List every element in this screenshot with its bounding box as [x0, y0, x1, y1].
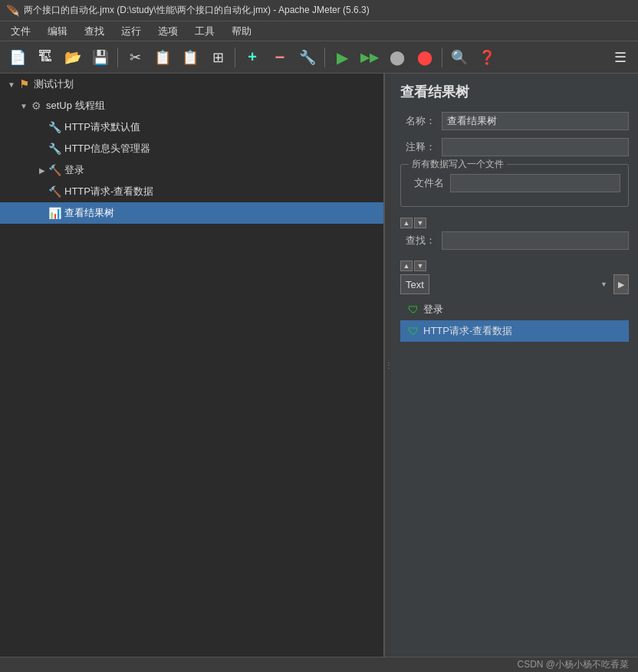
result-label-login: 登录	[423, 303, 443, 316]
toolbar-separator-4	[442, 48, 442, 67]
name-row: 名称：	[400, 112, 629, 130]
arrow-controls-2: ▲ ▼	[400, 261, 629, 271]
arrow-down-btn-2[interactable]: ▼	[414, 261, 426, 271]
menu-run[interactable]: 运行	[113, 23, 149, 40]
result-label-http-view: HTTP请求-查看数据	[423, 324, 512, 338]
copy-button[interactable]: 📋	[150, 44, 176, 70]
cut-button[interactable]: ✂	[122, 44, 148, 70]
menu-help[interactable]: 帮助	[224, 23, 259, 40]
search-toolbar-button[interactable]: 🔍	[446, 44, 472, 70]
save-button[interactable]: 💾	[87, 44, 113, 70]
tree-label-setup-group: setUp 线程组	[46, 99, 105, 113]
tree-panel: ▼ ⚑ 测试计划 ▼ ⚙ setUp 线程组 🔧 HTTP请求默认值 🔧 HTT…	[0, 74, 385, 657]
comment-input[interactable]	[442, 138, 629, 156]
file-group-title: 所有数据写入一个文件	[409, 158, 507, 171]
more-button[interactable]: ☰	[607, 44, 633, 70]
tree-label-test-plan: 测试计划	[34, 77, 74, 91]
stop-button[interactable]: ⬤	[412, 44, 438, 70]
menu-find[interactable]: 查找	[77, 23, 112, 40]
tree-label-login: 登录	[64, 163, 84, 177]
arrow-up-btn-1[interactable]: ▲	[400, 218, 413, 228]
run-button[interactable]: ▶	[329, 44, 355, 70]
menu-tools[interactable]: 工具	[187, 23, 222, 40]
toolbar-separator-2	[235, 48, 235, 67]
tree-item-login[interactable]: ▶ 🔨 登录	[0, 159, 383, 181]
comment-label: 注释：	[400, 140, 436, 154]
tree-item-view-result-tree[interactable]: 📊 查看结果树	[0, 202, 383, 224]
menu-file[interactable]: 文件	[3, 23, 38, 40]
open-button[interactable]: 📂	[60, 44, 86, 70]
status-text: CSDN @小杨小杨不吃香菜	[517, 658, 629, 671]
tree-item-test-plan[interactable]: ▼ ⚑ 测试计划	[0, 74, 383, 95]
paste-button[interactable]: 📋	[177, 44, 203, 70]
dropdown-extra-button[interactable]: ▶	[613, 274, 629, 294]
view-mode-select[interactable]: Text	[400, 274, 429, 294]
arrow-up-btn-2[interactable]: ▲	[400, 261, 413, 271]
main-area: ▼ ⚑ 测试计划 ▼ ⚙ setUp 线程组 🔧 HTTP请求默认值 🔧 HTT…	[0, 74, 638, 657]
result-list: 🛡 登录 🛡 HTTP请求-查看数据	[400, 299, 629, 647]
arrow-down-btn-1[interactable]: ▼	[414, 218, 426, 228]
help-button[interactable]: ❓	[474, 44, 500, 70]
pause-button[interactable]: ⬤	[384, 44, 410, 70]
tree-item-http-view[interactable]: 🔨 HTTP请求-查看数据	[0, 181, 383, 202]
filename-input[interactable]	[450, 174, 620, 192]
menu-bar: 文件 编辑 查找 运行 选项 工具 帮助	[0, 21, 638, 41]
tree-arrow-setup-group: ▼	[18, 102, 29, 110]
dropdown-row: Text ▶	[400, 274, 629, 294]
result-item-login[interactable]: 🛡 登录	[400, 299, 629, 320]
name-label: 名称：	[400, 114, 436, 128]
window-title: 两个接口的自动化.jmx (D:\study\性能\两个接口的自动化.jmx) …	[24, 4, 370, 17]
tree-arrow-login: ▶	[37, 166, 48, 175]
template-button[interactable]: 🏗	[32, 44, 58, 70]
tree-label-view-result-tree: 查看结果树	[64, 206, 114, 220]
search-input[interactable]	[442, 231, 629, 250]
tree-label-http-view: HTTP请求-查看数据	[64, 185, 153, 198]
tree-item-http-headers[interactable]: 🔧 HTTP信息头管理器	[0, 138, 383, 159]
menu-options[interactable]: 选项	[150, 23, 186, 40]
arrow-controls-1: ▲ ▼	[400, 218, 629, 228]
panel-title: 查看结果树	[400, 83, 629, 101]
search-row: 查找：	[400, 231, 629, 250]
tree-item-http-defaults[interactable]: 🔧 HTTP请求默认值	[0, 116, 383, 138]
menu-edit[interactable]: 编辑	[40, 23, 75, 40]
remove-button[interactable]: −	[267, 44, 293, 70]
tree-result-icon: 📊	[48, 206, 61, 220]
add-button[interactable]: +	[239, 44, 265, 70]
toolbar: 📄 🏗 📂 💾 ✂ 📋 📋 ⊞ + − 🔧 ▶ ▶▶ ⬤ ⬤ 🔍 ❓ ☰	[0, 41, 638, 74]
comment-row: 注释：	[400, 138, 629, 156]
tree-label-http-defaults: HTTP请求默认值	[64, 120, 140, 134]
test-plan-icon: ⚑	[17, 77, 31, 91]
wrench-icon-http-headers: 🔧	[48, 142, 61, 156]
expand-button[interactable]: ⊞	[205, 44, 231, 70]
app-icon: 🪶	[6, 5, 19, 17]
wrench-icon-http-defaults: 🔧	[48, 120, 61, 134]
tree-label-http-headers: HTTP信息头管理器	[64, 142, 150, 156]
right-panel: 查看结果树 名称： 注释： 所有数据写入一个文件 文件名 ▲ ▼ 查找：	[391, 74, 638, 657]
new-button[interactable]: 📄	[5, 44, 31, 70]
move-button[interactable]: 🔧	[294, 44, 321, 70]
name-input[interactable]	[442, 112, 629, 130]
tree-item-setup-group[interactable]: ▼ ⚙ setUp 线程组	[0, 95, 383, 116]
title-bar: 🪶 两个接口的自动化.jmx (D:\study\性能\两个接口的自动化.jmx…	[0, 0, 638, 21]
gear-icon: ⚙	[29, 99, 43, 113]
filename-label: 文件名	[409, 176, 444, 190]
script-icon-login: 🔨	[48, 163, 61, 177]
shield-icon-login: 🛡	[408, 303, 419, 316]
run-nopause-button[interactable]: ▶▶	[357, 44, 383, 70]
toolbar-separator-3	[324, 48, 325, 67]
toolbar-separator-1	[117, 48, 118, 67]
file-group-box: 所有数据写入一个文件 文件名	[400, 164, 629, 207]
tree-arrow-test-plan: ▼	[6, 80, 17, 89]
script-icon-http-view: 🔨	[48, 185, 61, 198]
search-label: 查找：	[400, 234, 436, 247]
shield-icon-http-view: 🛡	[408, 325, 419, 337]
status-bar: CSDN @小杨小杨不吃香菜	[0, 657, 638, 672]
panel-resize-handle[interactable]: ⋮	[385, 74, 391, 657]
dropdown-wrapper: Text	[400, 274, 612, 294]
result-item-http-view[interactable]: 🛡 HTTP请求-查看数据	[400, 320, 629, 342]
filename-row: 文件名	[409, 174, 620, 192]
